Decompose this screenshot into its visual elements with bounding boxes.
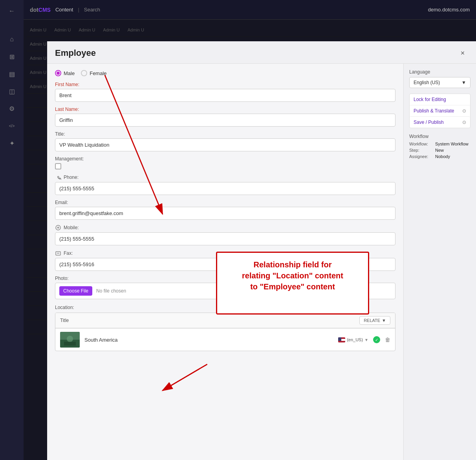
management-label: Management: <box>55 156 395 162</box>
location-image <box>60 332 80 348</box>
lang-code: (en_US) <box>347 337 363 342</box>
content-icon[interactable]: ▤ <box>5 67 19 81</box>
modal-close-button[interactable]: × <box>457 48 468 59</box>
assignee-value: Nobody <box>435 154 450 159</box>
svg-point-4 <box>67 336 73 342</box>
layout-icon[interactable]: ◫ <box>5 84 19 98</box>
us-flag-icon <box>338 337 345 342</box>
mobile-input[interactable] <box>55 232 395 245</box>
no-file-text: No file chosen <box>96 288 126 294</box>
location-row: South America (en_US) ▼ ✓ 🗑 <box>55 328 395 351</box>
fax-label-text: Fax: <box>64 250 73 256</box>
assignee-key: Assignee: <box>409 154 433 159</box>
last-name-field: Last Name: <box>55 107 395 127</box>
sidebar-panel: Language English (US) ▼ Lock for Editing <box>403 64 476 460</box>
management-field: Management: <box>55 156 395 169</box>
svg-rect-5 <box>64 342 76 346</box>
phone-label-row: Phone: <box>55 174 395 180</box>
workflow-section: Workflow Workflow: System Workflow Step:… <box>409 134 471 160</box>
modal-title: Employee <box>55 48 96 58</box>
settings-icon[interactable]: ⚙ <box>5 101 19 116</box>
workflow-step-row: Step: New <box>409 148 471 153</box>
relate-button[interactable]: RELATE ▼ <box>359 316 390 325</box>
last-name-label: Last Name: <box>55 107 395 112</box>
topbar-search[interactable]: Search <box>84 7 100 13</box>
status-check-icon: ✓ <box>373 336 380 343</box>
phone-chat-icon <box>55 174 61 180</box>
relate-btn-label: RELATE <box>364 318 380 323</box>
workflow-section-label: Workflow <box>409 134 471 139</box>
management-checkbox-row <box>55 163 395 169</box>
back-icon[interactable]: ← <box>5 4 19 18</box>
location-lang-badge: (en_US) ▼ <box>338 337 368 342</box>
dashboard-icon[interactable]: ⊞ <box>5 50 19 64</box>
workflow-key: Workflow: <box>409 142 433 146</box>
management-checkbox[interactable] <box>55 163 61 169</box>
topbar-divider: | <box>78 7 79 13</box>
first-name-field: First Name: <box>55 82 395 102</box>
gender-radio-group: Male Female <box>55 70 395 76</box>
lock-editing-label: Lock for Editing <box>414 97 446 102</box>
email-field: Email: <box>55 200 395 220</box>
location-thumbnail <box>60 332 80 348</box>
publish-translate-icon: ⊙ <box>462 108 466 114</box>
location-table: Title RELATE ▼ <box>55 313 395 351</box>
save-publish-label: Save / Publish <box>414 120 444 125</box>
logo: dotCMS <box>30 7 51 13</box>
language-value: English (US) <box>414 80 440 85</box>
fax-chat-icon <box>55 250 61 256</box>
actions-group: Lock for Editing Publish & Translate ⊙ S… <box>409 94 471 128</box>
choose-file-button[interactable]: Choose File <box>59 286 92 296</box>
save-publish-button[interactable]: Save / Publish ⊙ <box>410 116 470 128</box>
gender-male-option[interactable]: Male <box>55 70 75 76</box>
phone-field: Phone: <box>55 174 395 195</box>
annotation-text: Relationship field forrelating "Location… <box>225 259 360 292</box>
email-input[interactable] <box>55 207 395 220</box>
email-label: Email: <box>55 200 395 205</box>
code-icon[interactable]: </> <box>5 119 19 133</box>
logo-dot: dot <box>30 7 38 13</box>
save-publish-icon: ⊙ <box>462 120 466 125</box>
workflow-value: System Workflow <box>435 142 469 146</box>
title-input[interactable] <box>55 138 395 151</box>
female-radio[interactable] <box>81 70 87 76</box>
last-name-input[interactable] <box>55 114 395 127</box>
male-label: Male <box>64 70 75 76</box>
topbar: dotCMS Content | Search demo.dotcms.com <box>24 0 476 20</box>
phone-input[interactable] <box>55 182 395 195</box>
first-name-input[interactable] <box>55 89 395 102</box>
publish-translate-label: Publish & Translate <box>414 108 454 114</box>
annotation-box: Relationship field forrelating "Location… <box>216 252 369 315</box>
phone-label-text: Phone: <box>64 175 79 180</box>
logo-cms: CMS <box>38 7 51 13</box>
content-area: Admin UAdmin UAdmin UAdmin UAdmin U Admi… <box>24 20 476 460</box>
step-value: New <box>435 148 444 153</box>
extra-icon[interactable]: ✦ <box>5 136 19 150</box>
male-radio[interactable] <box>55 70 61 76</box>
location-name: South America <box>84 337 333 343</box>
home-icon[interactable]: ⌂ <box>5 32 19 46</box>
relate-chevron-icon: ▼ <box>382 318 386 323</box>
mobile-chat-icon <box>55 224 61 231</box>
lang-dropdown-icon: ▼ <box>461 80 466 85</box>
step-key: Step: <box>409 148 433 153</box>
gender-female-option[interactable]: Female <box>81 70 106 76</box>
workflow-assignee-row: Assignee: Nobody <box>409 154 471 159</box>
modal-header: Employee × <box>47 41 476 64</box>
topbar-section: Content <box>55 7 73 13</box>
female-label: Female <box>90 70 106 76</box>
mobile-field: Mobile: <box>55 224 395 245</box>
mobile-label-row: Mobile: <box>55 224 395 231</box>
delete-location-icon[interactable]: 🗑 <box>385 337 390 343</box>
lock-editing-button[interactable]: Lock for Editing <box>410 94 470 105</box>
location-col-title: Title <box>60 318 69 323</box>
topbar-domain: demo.dotcms.com <box>428 7 470 13</box>
language-label: Language <box>409 69 471 75</box>
title-label: Title: <box>55 131 395 137</box>
publish-translate-button[interactable]: Publish & Translate ⊙ <box>410 105 470 116</box>
employee-modal: Employee × Male <box>47 41 476 460</box>
first-name-label: First Name: <box>55 82 395 87</box>
lang-dropdown-arrow[interactable]: ▼ <box>364 338 368 342</box>
app-sidebar: ← ⌂ ⊞ ▤ ◫ ⚙ </> ✦ <box>0 0 24 460</box>
language-dropdown[interactable]: English (US) ▼ <box>409 77 471 88</box>
